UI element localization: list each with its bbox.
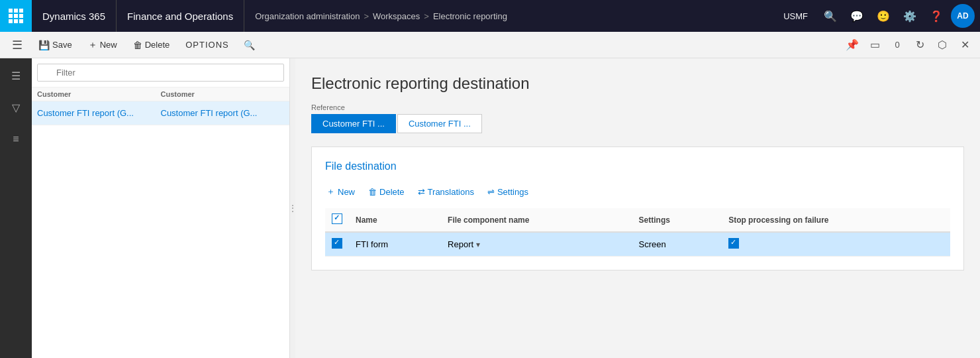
table-settings-icon: ⇌: [487, 187, 495, 197]
file-destination-card: File destination ＋ New 🗑 Delete ⇄ Transl…: [311, 147, 964, 270]
breadcrumb: Organization administration > Workspaces…: [244, 11, 778, 21]
header-checkbox[interactable]: [332, 213, 342, 224]
table-translations-icon: ⇄: [418, 187, 425, 197]
sidebar-menu-icon[interactable]: ☰: [4, 64, 28, 88]
search-icon-btn[interactable]: 🔍: [818, 4, 842, 28]
nav-right-actions: 🔍 💬 🙂 ⚙️ ❓ AD: [813, 4, 980, 28]
refresh-icon-btn[interactable]: ↻: [910, 35, 930, 55]
panel-icon-btn[interactable]: ▭: [865, 35, 885, 55]
save-icon: 💾: [38, 40, 50, 50]
breadcrumb-sep-1: >: [364, 11, 369, 21]
table-translations-button[interactable]: ⇄ Translations: [416, 184, 475, 200]
sidebar-filter-icon[interactable]: ▽: [4, 95, 28, 119]
row-stop-cell: [722, 232, 950, 257]
table-delete-button[interactable]: 🗑 Delete: [367, 184, 406, 200]
left-sidebar: ☰ ▽ ≡: [0, 58, 32, 358]
action-bar-right: 📌 ▭ 0 ↻ ⬡ ✕: [842, 35, 975, 55]
table-settings-button[interactable]: ⇌ Settings: [486, 184, 530, 200]
th-check: [325, 208, 349, 232]
row-settings-cell: Screen: [632, 232, 722, 257]
waffle-icon: [9, 9, 23, 23]
reference-tabs: Customer FTI ... Customer FTI ...: [311, 114, 964, 133]
row-name-cell: FTI form: [349, 232, 441, 257]
list-panel: 🔍 Customer Customer Customer FTI report …: [32, 58, 290, 358]
list-column-headers: Customer Customer: [32, 88, 289, 101]
action-search-button[interactable]: 🔍: [238, 37, 260, 53]
breadcrumb-item-1[interactable]: Organization administration: [255, 11, 360, 21]
finops-brand: Finance and Operations: [117, 0, 244, 32]
plus-icon: ＋: [88, 39, 97, 51]
list-item-col1: Customer FTI report (G...: [37, 108, 161, 118]
sidebar-list-icon[interactable]: ≡: [4, 127, 28, 151]
file-component-value: Report: [448, 239, 473, 249]
row-checkbox[interactable]: [332, 238, 342, 249]
card-toolbar: ＋ New 🗑 Delete ⇄ Translations ⇌ Settings: [325, 183, 950, 200]
stop-checkbox[interactable]: [728, 238, 739, 249]
destination-table: Name File component name Settings Stop p…: [325, 208, 950, 257]
breadcrumb-item-2[interactable]: Workspaces: [373, 11, 420, 21]
table-row[interactable]: FTI form Report ▾ Screen: [325, 232, 950, 257]
page-title: Electronic reporting destination: [311, 74, 964, 93]
action-bar: ☰ 💾 Save ＋ New 🗑 Delete OPTIONS 🔍 📌 ▭ 0 …: [0, 32, 980, 58]
ref-tab-1[interactable]: Customer FTI ...: [311, 114, 396, 133]
pin-icon-btn[interactable]: 📌: [842, 35, 862, 55]
filter-wrap: 🔍: [37, 64, 284, 82]
settings-icon-btn[interactable]: ⚙️: [898, 4, 922, 28]
company-selector[interactable]: USMF: [778, 11, 813, 21]
delete-button[interactable]: 🗑 Delete: [126, 37, 177, 53]
smiley-icon-btn[interactable]: 🙂: [871, 4, 895, 28]
top-navigation: Dynamics 365 Finance and Operations Orga…: [0, 0, 980, 32]
open-icon-btn[interactable]: ⬡: [932, 35, 952, 55]
content-area: Electronic reporting destination Referen…: [295, 58, 980, 358]
th-name: Name: [349, 208, 441, 232]
resize-handle[interactable]: ⋮: [290, 58, 295, 358]
main-container: ☰ ▽ ≡ 🔍 Customer Customer Customer FTI r…: [0, 58, 980, 358]
th-file-component: File component name: [441, 208, 632, 232]
table-plus-icon: ＋: [326, 186, 335, 198]
breadcrumb-item-3[interactable]: Electronic reporting: [433, 11, 507, 21]
file-component-select[interactable]: Report ▾: [448, 239, 626, 249]
dropdown-arrow-icon: ▾: [476, 240, 480, 249]
chat-icon-btn[interactable]: 💬: [845, 4, 869, 28]
list-items: Customer FTI report (G... Customer FTI r…: [32, 101, 289, 358]
dynamics-brand: Dynamics 365: [32, 0, 117, 32]
table-header-row: Name File component name Settings Stop p…: [325, 208, 950, 232]
save-button[interactable]: 💾 Save: [32, 37, 79, 53]
th-stop: Stop processing on failure: [722, 208, 950, 232]
col-header-1: Customer: [37, 90, 161, 98]
app-launcher-button[interactable]: [0, 0, 32, 32]
list-item[interactable]: Customer FTI report (G... Customer FTI r…: [32, 101, 289, 125]
user-avatar[interactable]: AD: [951, 4, 975, 28]
hamburger-menu-icon[interactable]: ☰: [5, 33, 29, 57]
breadcrumb-sep-2: >: [424, 11, 429, 21]
reference-label: Reference: [311, 103, 964, 111]
options-button[interactable]: OPTIONS: [179, 37, 236, 52]
close-icon-btn[interactable]: ✕: [955, 35, 975, 55]
new-button[interactable]: ＋ New: [81, 36, 124, 54]
col-header-2: Customer: [161, 90, 285, 98]
file-dest-title: File destination: [325, 160, 950, 172]
reference-section: Reference Customer FTI ... Customer FTI …: [311, 103, 964, 133]
table-new-button[interactable]: ＋ New: [325, 183, 356, 200]
ref-tab-2[interactable]: Customer FTI ...: [397, 114, 482, 133]
filter-bar: 🔍: [32, 58, 289, 88]
delete-icon: 🗑: [133, 40, 142, 50]
help-icon-btn[interactable]: ❓: [924, 4, 948, 28]
row-check-cell: [325, 232, 349, 257]
th-settings: Settings: [632, 208, 722, 232]
badge-icon-btn[interactable]: 0: [887, 35, 907, 55]
row-component-cell: Report ▾: [441, 232, 632, 257]
table-delete-icon: 🗑: [368, 187, 377, 197]
filter-input[interactable]: [37, 64, 284, 82]
list-item-col2: Customer FTI report (G...: [161, 108, 285, 118]
